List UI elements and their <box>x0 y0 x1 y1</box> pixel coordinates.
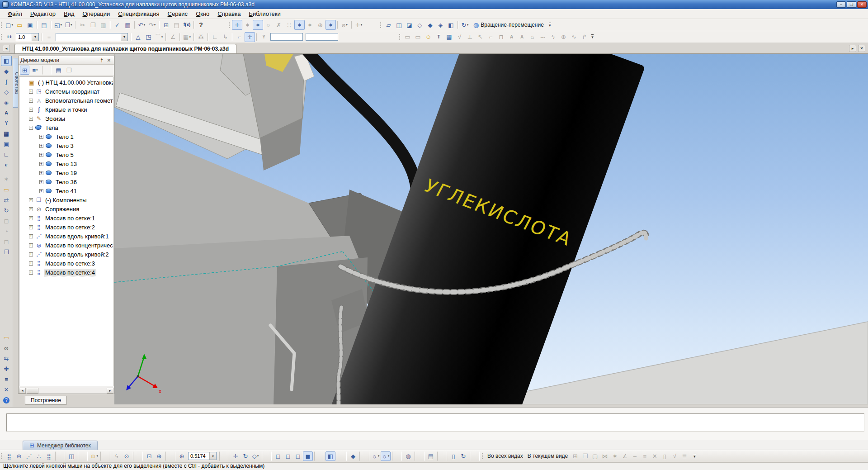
rotate-component-icon[interactable]: ↻ <box>1 205 12 216</box>
layers-icon[interactable]: ≡ <box>44 32 54 42</box>
local-snaps-icon[interactable]: ✛ <box>354 20 364 30</box>
snap-angle-icon[interactable]: ✶ <box>294 20 305 30</box>
menu-libraries[interactable]: Библиотеки <box>245 9 284 18</box>
view-cube-icon[interactable]: ◧ <box>446 20 456 30</box>
menu-help[interactable]: Справка <box>213 9 245 18</box>
hide-surfaces-icon[interactable]: ⋈ <box>600 451 610 461</box>
toolbar-overflow-icon[interactable]: ▾ <box>689 451 699 461</box>
layer-combo[interactable]: ▾ <box>56 33 128 41</box>
array-curve-icon[interactable]: ⋰ <box>24 451 34 461</box>
library-manager-tab[interactable]: ⊞ Менеджер библиотек <box>23 441 98 450</box>
shaded-icon[interactable]: ◼ <box>303 451 313 461</box>
tab-scroll-left-icon[interactable]: ◂ <box>3 45 10 52</box>
scroll-left-icon[interactable]: ◂ <box>19 388 26 394</box>
tree-expand-toggle[interactable]: - <box>29 126 33 130</box>
menu-file[interactable]: Файл <box>4 9 26 18</box>
tree-expand-toggle[interactable]: + <box>29 234 33 238</box>
tree-item[interactable]: + Массив по концентричес <box>19 241 113 250</box>
view-isometry2-icon[interactable]: ◆ <box>425 20 435 30</box>
view-top-icon[interactable]: ◪ <box>404 20 415 30</box>
construction-tab[interactable]: Построение <box>25 396 67 405</box>
pan-icon[interactable]: ✛ <box>231 451 241 461</box>
tree-item[interactable]: + Массив по сетке:1 <box>19 214 113 223</box>
roughness-icon[interactable]: √ <box>454 32 465 42</box>
tolerance-frame-icon[interactable]: ⊓ <box>496 32 506 42</box>
task-link-icon[interactable]: ❐ <box>63 20 74 30</box>
array-grid-icon[interactable]: ⣿ <box>4 451 14 461</box>
measure-icon[interactable]: ∟ <box>1 149 12 160</box>
snap-ortho-icon[interactable]: ✶ <box>326 20 336 30</box>
fastener-add-icon[interactable]: ✚ <box>1 364 12 374</box>
dashes-icon[interactable]: --- <box>538 32 548 42</box>
center-point-icon[interactable]: ⊕ <box>558 32 569 42</box>
tree-expand-toggle[interactable]: + <box>29 216 33 220</box>
menu-specification[interactable]: Спецификация <box>114 9 163 18</box>
hidden-thin-icon[interactable]: ◻ <box>293 451 303 461</box>
fasteners-icon[interactable]: ≡ <box>1 374 12 385</box>
toolbar-overflow-icon[interactable]: ▾ <box>547 20 553 30</box>
tree-item[interactable]: + Тело 5 <box>19 150 113 159</box>
print-icon[interactable]: ▤ <box>39 20 49 30</box>
document-tab-active[interactable]: НТЦ 41.00.000_Установка для наплавки щит… <box>14 44 236 53</box>
snap-grid-icon[interactable]: ∷ <box>284 20 294 30</box>
new-window-icon[interactable]: ⊞ <box>161 20 171 30</box>
tree-expand-toggle[interactable]: + <box>29 261 33 266</box>
combo-arrow-icon[interactable]: ▾ <box>32 33 38 41</box>
redo-icon[interactable]: ↷ <box>147 20 157 30</box>
tab-close-icon[interactable]: ✕ <box>858 45 865 52</box>
tree-expand-toggle[interactable]: + <box>39 144 43 148</box>
hide-curves-icon[interactable]: ✶ <box>610 451 620 461</box>
hide-planes-icon[interactable]: ∠ <box>620 451 630 461</box>
menu-window[interactable]: Окно <box>192 9 213 18</box>
snap-center-icon[interactable]: ○ <box>263 20 274 30</box>
rotation-move-toggle[interactable]: ◍ Вращение-перемещение <box>470 20 547 30</box>
tree-item[interactable]: + Массив по сетке:4 <box>19 268 113 277</box>
property-message-field[interactable] <box>6 413 864 432</box>
orientation-list-icon[interactable]: ↻ <box>460 20 470 30</box>
copy-properties-icon[interactable]: ✓ <box>112 20 123 30</box>
snap-nearest-icon[interactable]: ✛ <box>232 20 242 30</box>
simplified-icon[interactable]: ◆ <box>348 451 358 461</box>
close-panel-icon[interactable]: ✕ <box>106 58 112 63</box>
snap-midpoint-icon[interactable]: ✶ <box>242 20 253 30</box>
tools-icon[interactable]: ✕ <box>1 385 12 395</box>
paste-icon[interactable]: ▥ <box>98 20 108 30</box>
relations-icon[interactable]: ▤ <box>54 66 63 75</box>
current-step-icon[interactable]: ++ <box>4 32 14 42</box>
tree-expand-toggle[interactable]: + <box>39 135 43 139</box>
tree-composition-icon[interactable]: ≡ <box>30 66 40 75</box>
corner-icon[interactable]: ⌐ <box>234 32 245 42</box>
coordinate-field-x[interactable] <box>270 33 303 41</box>
light-icon[interactable]: ☼ <box>371 451 381 461</box>
undo-icon[interactable]: ↶ <box>137 20 147 30</box>
y-axis-icon[interactable]: Y <box>259 32 269 42</box>
zoom-scale-combo[interactable]: 0.5174▾ <box>188 452 217 460</box>
tree-expand-toggle[interactable]: + <box>29 198 33 202</box>
edit-part-icon[interactable]: ◧ <box>1 56 12 66</box>
tree-item[interactable]: + Кривые и точки <box>19 105 113 114</box>
hide-sketches-icon[interactable]: ▢ <box>590 451 600 461</box>
aux-geometry-icon[interactable]: A <box>1 108 12 118</box>
catalog-icon[interactable]: ▤ <box>171 20 182 30</box>
maximize-button[interactable]: ❐ <box>847 1 856 8</box>
tab-scroll-right-icon[interactable]: ▸ <box>849 45 856 52</box>
polyline-icon[interactable]: △ <box>133 32 143 42</box>
hide-all-icon[interactable]: ⊞ <box>570 451 580 461</box>
tree-structure-icon[interactable]: ⊞ <box>20 66 29 75</box>
text-along-icon[interactable]: A <box>517 32 527 42</box>
tree-expand-toggle[interactable]: + <box>39 180 43 184</box>
wireframe-icon[interactable]: ◻ <box>273 451 283 461</box>
view-front-icon[interactable]: ▱ <box>383 20 394 30</box>
arrow-turn-icon[interactable]: ↱ <box>579 32 590 42</box>
tree-expand-toggle[interactable]: + <box>29 225 33 229</box>
texture-icon[interactable]: ▤ <box>426 451 436 461</box>
tree-item[interactable]: (-) НТЦ 41.00.000 Установка д <box>19 78 113 87</box>
text-down-icon[interactable]: A <box>506 32 517 42</box>
text-icon[interactable]: T <box>434 32 444 42</box>
tree-item[interactable]: + Сопряжения <box>19 204 113 214</box>
tree-item[interactable]: + Тело 3 <box>19 141 113 150</box>
minimize-button[interactable]: – <box>836 1 846 8</box>
snap-align-icon[interactable]: ✶ <box>305 20 315 30</box>
find-icon[interactable]: ∞ <box>1 343 12 353</box>
disabled3-icon[interactable]: ◻ <box>1 237 12 247</box>
